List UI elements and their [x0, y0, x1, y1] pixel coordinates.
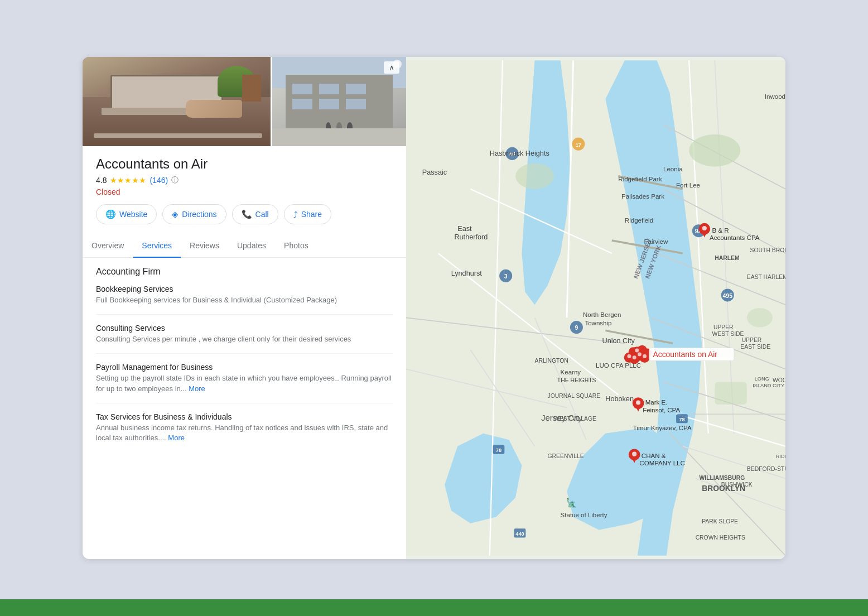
- svg-text:9: 9: [575, 325, 578, 331]
- svg-text:Ridgefield: Ridgefield: [625, 217, 653, 224]
- svg-text:LONG: LONG: [755, 376, 769, 382]
- action-buttons: 🌐 Website ◈ Directions 📞 Call ⤴ Share: [96, 204, 393, 224]
- directions-icon: ◈: [172, 209, 179, 219]
- tab-reviews[interactable]: Reviews: [181, 234, 228, 258]
- svg-text:UPPER: UPPER: [713, 324, 734, 330]
- svg-text:RIDB: RIDB: [776, 454, 785, 459]
- svg-point-26: [747, 308, 773, 328]
- service-title: Tax Services for Business & Individuals: [96, 412, 393, 421]
- svg-text:Leonia: Leonia: [663, 166, 683, 172]
- svg-text:EAST SIDE: EAST SIDE: [740, 344, 770, 350]
- svg-text:Kearny: Kearny: [561, 369, 581, 376]
- tabs-row: Overview Services Reviews Updates Photos: [83, 234, 406, 258]
- svg-text:THE HEIGHTS: THE HEIGHTS: [557, 377, 596, 383]
- svg-point-97: [627, 354, 631, 358]
- category-heading: Accounting Firm: [96, 267, 393, 277]
- svg-text:Fort Lee: Fort Lee: [676, 182, 700, 189]
- svg-text:EAST HARLEM: EAST HARLEM: [747, 274, 785, 280]
- svg-text:Statue of Liberty: Statue of Liberty: [561, 512, 607, 518]
- rating-number: 4.8: [96, 176, 107, 185]
- svg-text:GREENVILLE: GREENVILLE: [548, 453, 584, 459]
- tab-photos[interactable]: Photos: [275, 234, 317, 258]
- call-button[interactable]: 📞 Call: [232, 204, 278, 224]
- map-container[interactable]: 86 17 3 9 495 78 78 440 9A NEW JERSEY: [406, 57, 785, 559]
- svg-text:Hoboken: Hoboken: [605, 395, 634, 403]
- service-consulting: Consulting Services Consulting Services …: [96, 324, 393, 354]
- tab-overview[interactable]: Overview: [83, 234, 133, 258]
- directions-button[interactable]: ◈ Directions: [162, 204, 226, 224]
- stars: ★★★★★: [110, 176, 146, 185]
- info-section: Accountants on Air 4.8 ★★★★★ (146) ⓘ Clo…: [83, 146, 406, 224]
- svg-text:North Bergen: North Bergen: [583, 311, 621, 318]
- svg-text:Hasbrouck Heights: Hasbrouck Heights: [490, 150, 549, 157]
- svg-text:COMPANY LLC: COMPANY LLC: [639, 460, 685, 466]
- service-title: Consulting Services: [96, 324, 393, 333]
- main-card: ∧ Accountants on Air 4.8 ★★★★★ (146) ⓘ C…: [83, 57, 785, 559]
- svg-text:ARLINGTON: ARLINGTON: [535, 358, 568, 364]
- svg-text:17: 17: [576, 142, 581, 148]
- service-desc: Consulting Services per minute , we char…: [96, 334, 393, 344]
- svg-text:Accountants CPA: Accountants CPA: [710, 234, 760, 241]
- svg-text:Fairview: Fairview: [644, 238, 668, 245]
- chevron-up-icon: ∧: [389, 63, 394, 72]
- website-label: Website: [119, 210, 147, 219]
- svg-text:3: 3: [504, 273, 508, 280]
- tab-updates[interactable]: Updates: [228, 234, 275, 258]
- svg-text:PARK SLOPE: PARK SLOPE: [702, 518, 738, 524]
- svg-text:BEDFORD-STUYVESANT: BEDFORD-STUYVESANT: [747, 466, 785, 472]
- directions-label: Directions: [182, 210, 216, 219]
- payroll-more-link[interactable]: More: [189, 384, 205, 393]
- review-count[interactable]: (146): [150, 176, 168, 185]
- share-label: Share: [301, 210, 322, 219]
- service-tax: Tax Services for Business & Individuals …: [96, 412, 393, 452]
- svg-text:Inwood: Inwood: [765, 93, 785, 100]
- business-name: Accountants on Air: [96, 156, 393, 172]
- service-title: Payroll Management for Business: [96, 363, 393, 372]
- svg-text:Accountants on Air: Accountants on Air: [653, 350, 718, 359]
- bottom-bar: [0, 599, 868, 616]
- service-desc: Annual business income tax returns. Hand…: [96, 423, 393, 443]
- svg-point-25: [515, 163, 554, 189]
- svg-text:WEST VILLAGE: WEST VILLAGE: [554, 416, 596, 422]
- svg-text:CHAN &: CHAN &: [642, 453, 666, 459]
- call-label: Call: [255, 210, 269, 219]
- services-content: Accounting Firm Bookkeeping Services Ful…: [83, 267, 406, 452]
- service-title: Bookkeeping Services: [96, 285, 393, 293]
- svg-text:WILLIAMSBURG: WILLIAMSBURG: [700, 475, 745, 481]
- svg-text:🗽: 🗽: [566, 497, 577, 508]
- globe-icon: 🌐: [105, 209, 116, 219]
- svg-text:ISLAND CITY: ISLAND CITY: [753, 383, 784, 388]
- svg-text:BUSHWICK: BUSHWICK: [721, 482, 753, 488]
- website-button[interactable]: 🌐 Website: [96, 204, 157, 224]
- svg-rect-27: [715, 382, 747, 405]
- svg-text:UPPER: UPPER: [742, 337, 762, 343]
- phone-icon: 📞: [242, 209, 252, 219]
- svg-text:LUO CPA PLLC: LUO CPA PLLC: [596, 362, 641, 369]
- left-panel: ∧ Accountants on Air 4.8 ★★★★★ (146) ⓘ C…: [83, 57, 406, 559]
- svg-text:CROWN HEIGHTS: CROWN HEIGHTS: [696, 535, 745, 541]
- svg-text:JOURNAL SQUARE: JOURNAL SQUARE: [548, 393, 601, 399]
- svg-text:WOOD: WOOD: [773, 377, 785, 383]
- svg-point-100: [643, 354, 647, 358]
- info-icon[interactable]: ⓘ: [171, 175, 179, 185]
- svg-text:78: 78: [496, 447, 501, 453]
- svg-text:WEST SIDE: WEST SIDE: [712, 331, 744, 337]
- service-desc: Setting up the payroll state IDs in each…: [96, 373, 393, 393]
- svg-point-106: [702, 226, 707, 230]
- svg-text:Palisades Park: Palisades Park: [621, 193, 664, 200]
- photo-laptop[interactable]: [83, 57, 271, 146]
- map-panel[interactable]: 86 17 3 9 495 78 78 440 9A NEW JERSEY: [406, 57, 785, 559]
- service-bookkeeping: Bookkeeping Services Full Bookkeeping se…: [96, 285, 393, 315]
- svg-point-101: [635, 349, 639, 353]
- service-desc: Full Bookkeeping services for Business &…: [96, 295, 393, 305]
- tax-more-link[interactable]: More: [168, 434, 185, 442]
- svg-text:B & R: B & R: [712, 227, 729, 234]
- share-button[interactable]: ⤴ Share: [284, 204, 331, 224]
- svg-point-98: [633, 355, 636, 359]
- svg-text:Lyndhurst: Lyndhurst: [451, 270, 483, 277]
- tab-services[interactable]: Services: [133, 234, 181, 258]
- rating-row: 4.8 ★★★★★ (146) ⓘ: [96, 175, 393, 185]
- share-icon: ⤴: [293, 210, 298, 219]
- collapse-button[interactable]: ∧: [384, 61, 399, 74]
- svg-point-24: [689, 134, 740, 167]
